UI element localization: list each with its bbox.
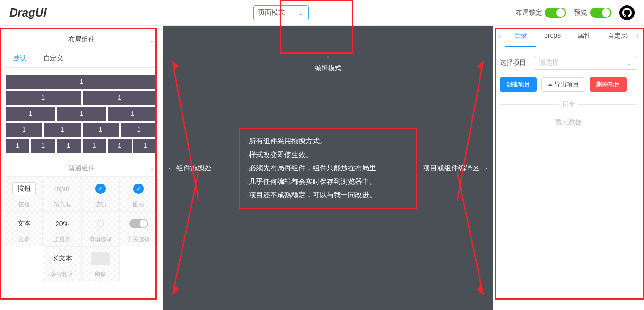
preview-switch[interactable] — [590, 8, 611, 18]
layout-components-header[interactable]: 布局组件 ⌄ — [5, 32, 158, 50]
tabs-next-button[interactable]: › — [632, 33, 644, 40]
svg-line-6 — [457, 172, 483, 295]
github-icon[interactable] — [619, 5, 635, 20]
annotation-arrow — [165, 54, 203, 205]
comp-button[interactable]: 按钮按钮 — [5, 176, 43, 211]
svg-marker-5 — [477, 61, 483, 69]
right-panel: ‹ 目录 props 属性 自定层 › 选择项目 请选择 ⌄ 创建项目 ☁导出项… — [493, 26, 644, 310]
comp-checkbox[interactable]: ✓选项 — [82, 176, 120, 211]
delete-project-button[interactable]: 删除项目 — [590, 77, 627, 92]
layout-cell[interactable]: 1 — [44, 123, 80, 137]
canvas-area[interactable]: ↑ 编辑模式 ← 组件拖拽处 项目或组件编辑区 → .所有组件采用拖拽方式。 .… — [163, 26, 493, 310]
tab-attributes[interactable]: 属性 — [569, 26, 599, 47]
layout-cell[interactable]: 1 — [57, 107, 106, 121]
comp-progress[interactable]: 20%进度条 — [43, 211, 81, 246]
tab-props[interactable]: props — [536, 26, 569, 47]
layout-lock-switch[interactable] — [545, 8, 566, 18]
chevron-down-icon: ⌄ — [149, 164, 155, 172]
create-project-button[interactable]: 创建项目 — [500, 77, 537, 92]
layout-cell[interactable]: 1 — [83, 139, 106, 153]
page-mode-select[interactable]: 页面模式 ⌄ — [253, 5, 309, 20]
project-select-placeholder: 请选择 — [539, 59, 559, 67]
annotation-arrow — [453, 168, 490, 300]
tab-custom-layer[interactable]: 自定层 — [599, 26, 632, 47]
svg-marker-7 — [477, 285, 483, 295]
chevron-down-icon: ⌄ — [627, 59, 632, 67]
drag-hint-right: 项目或组件编辑区 → — [423, 164, 488, 173]
directory-divider: 目录 — [500, 100, 637, 109]
layout-cell[interactable]: 1 — [57, 139, 80, 153]
comp-text[interactable]: 文本文本 — [5, 211, 43, 246]
tab-default[interactable]: 默认 — [5, 50, 35, 67]
page-mode-value: 页面模式 — [258, 8, 285, 17]
svg-marker-1 — [173, 61, 179, 69]
layout-cell[interactable]: 1 — [31, 139, 55, 153]
comp-input[interactable]: input输入框 — [43, 176, 81, 211]
svg-line-4 — [457, 61, 483, 201]
tab-directory[interactable]: 目录 — [505, 26, 536, 47]
tab-custom[interactable]: 自定义 — [35, 50, 72, 67]
comp-textarea[interactable]: 长文本多行输入 — [43, 246, 81, 281]
layout-row-1[interactable]: 1 — [6, 75, 157, 89]
layout-cell[interactable]: 1 — [83, 123, 119, 137]
slider-handle-icon — [97, 220, 104, 227]
tips-box: .所有组件采用拖拽方式。 .样式改变即使生效。 .必须先布局再组件，组件只能放在… — [239, 128, 417, 209]
layout-cell[interactable]: 1 — [6, 91, 81, 105]
left-panel: 布局组件 ⌄ 默认 自定义 1 11 111 1111 111111 普通组件 … — [0, 26, 163, 310]
comp-icon[interactable]: ✓图标 — [120, 176, 158, 211]
check-icon: ✓ — [95, 184, 106, 194]
layout-cell[interactable]: 1 — [6, 107, 55, 121]
select-project-label: 选择项目 — [500, 59, 526, 67]
normal-components-header[interactable]: 普通组件 ⌄ — [5, 158, 158, 176]
drag-hint-left: ← 组件拖拽处 — [167, 164, 212, 173]
edit-mode-label: ↑ 编辑模式 — [315, 52, 341, 74]
export-project-button[interactable]: ☁导出项目 — [541, 77, 585, 92]
chevron-down-icon: ⌄ — [298, 9, 304, 17]
chevron-down-icon: ⌄ — [149, 36, 155, 44]
tabs-prev-button[interactable]: ‹ — [493, 33, 505, 40]
preview-label: 预览 — [574, 8, 587, 17]
svg-line-2 — [173, 172, 198, 295]
layout-cell[interactable]: 1 — [108, 139, 132, 153]
comp-slider[interactable]: 滑动选择 — [82, 211, 120, 246]
svg-line-0 — [173, 61, 198, 201]
project-select[interactable]: 请选择 ⌄ — [534, 56, 637, 70]
layout-cell[interactable]: 1 — [121, 123, 157, 137]
layout-cell[interactable]: 1 — [6, 123, 42, 137]
no-data-text: 暂无数据 — [500, 118, 637, 126]
layout-cell[interactable]: 1 — [6, 139, 29, 153]
annotation-arrow — [165, 168, 203, 300]
annotation-arrow — [453, 54, 490, 205]
svg-marker-3 — [173, 285, 179, 295]
layout-cell[interactable]: 1 — [108, 107, 157, 121]
switch-icon — [129, 219, 148, 228]
layout-cell[interactable]: 1 — [133, 139, 157, 153]
comp-image[interactable]: 图像 — [82, 246, 120, 281]
layout-cell[interactable]: 1 — [83, 91, 157, 105]
image-placeholder-icon — [91, 252, 110, 265]
app-logo: DragUI — [9, 6, 47, 19]
comp-switch[interactable]: 开关选择 — [120, 211, 158, 246]
cloud-upload-icon: ☁ — [547, 82, 553, 88]
check-icon: ✓ — [133, 184, 144, 194]
layout-grid: 1 11 111 1111 111111 — [5, 68, 158, 158]
layout-lock-label: 布局锁定 — [516, 8, 542, 17]
